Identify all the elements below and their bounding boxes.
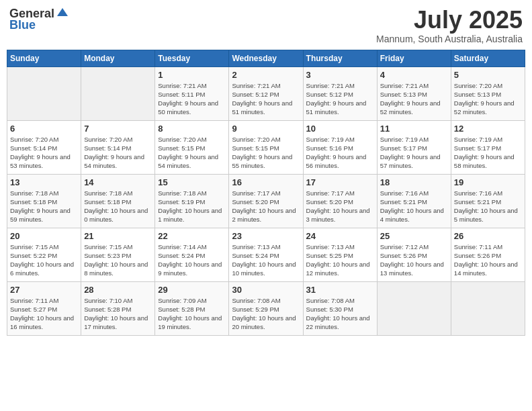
day-number: 2 (232, 70, 300, 80)
table-row: 25Sunrise: 7:12 AM Sunset: 5:26 PM Dayli… (377, 228, 451, 281)
day-info: Sunrise: 7:17 AM Sunset: 5:20 PM Dayligh… (306, 189, 374, 224)
day-number: 21 (84, 231, 152, 241)
col-thursday: Thursday (303, 50, 377, 66)
day-number: 1 (158, 70, 226, 80)
day-number: 8 (158, 124, 226, 134)
table-row: 3Sunrise: 7:21 AM Sunset: 5:12 PM Daylig… (303, 66, 377, 120)
day-info: Sunrise: 7:18 AM Sunset: 5:19 PM Dayligh… (158, 189, 226, 224)
table-row: 8Sunrise: 7:20 AM Sunset: 5:15 PM Daylig… (155, 120, 229, 174)
day-info: Sunrise: 7:16 AM Sunset: 5:21 PM Dayligh… (380, 189, 448, 224)
table-row: 10Sunrise: 7:19 AM Sunset: 5:16 PM Dayli… (303, 120, 377, 174)
table-row: 22Sunrise: 7:14 AM Sunset: 5:24 PM Dayli… (155, 228, 229, 281)
day-info: Sunrise: 7:15 AM Sunset: 5:23 PM Dayligh… (84, 242, 152, 278)
table-row (81, 66, 155, 120)
day-info: Sunrise: 7:19 AM Sunset: 5:17 PM Dayligh… (454, 135, 522, 171)
title-block: July 2025 Mannum, South Australia, Austr… (376, 7, 523, 44)
day-number: 9 (232, 124, 300, 134)
month-year-title: July 2025 (376, 7, 523, 34)
table-row: 27Sunrise: 7:11 AM Sunset: 5:27 PM Dayli… (7, 281, 81, 335)
day-info: Sunrise: 7:08 AM Sunset: 5:29 PM Dayligh… (232, 296, 300, 332)
logo-icon (56, 7, 69, 20)
table-row: 17Sunrise: 7:17 AM Sunset: 5:20 PM Dayli… (303, 174, 377, 228)
day-info: Sunrise: 7:13 AM Sunset: 5:24 PM Dayligh… (232, 242, 300, 278)
day-number: 7 (84, 124, 152, 134)
day-number: 13 (10, 177, 78, 187)
table-row: 18Sunrise: 7:16 AM Sunset: 5:21 PM Dayli… (377, 174, 451, 228)
day-info: Sunrise: 7:08 AM Sunset: 5:30 PM Dayligh… (306, 296, 374, 332)
table-row: 21Sunrise: 7:15 AM Sunset: 5:23 PM Dayli… (81, 228, 155, 281)
day-number: 22 (158, 231, 226, 241)
day-number: 31 (306, 285, 374, 295)
day-number: 20 (10, 231, 78, 241)
day-number: 24 (306, 231, 374, 241)
day-number: 30 (232, 285, 300, 295)
table-row: 7Sunrise: 7:20 AM Sunset: 5:14 PM Daylig… (81, 120, 155, 174)
svg-marker-0 (57, 8, 68, 16)
table-row: 9Sunrise: 7:20 AM Sunset: 5:15 PM Daylig… (229, 120, 303, 174)
day-number: 6 (10, 124, 78, 134)
day-number: 25 (380, 231, 448, 241)
table-row (377, 281, 451, 335)
day-number: 10 (306, 124, 374, 134)
day-number: 17 (306, 177, 374, 187)
table-row: 20Sunrise: 7:15 AM Sunset: 5:22 PM Dayli… (7, 228, 81, 281)
day-number: 11 (380, 124, 448, 134)
day-number: 29 (158, 285, 226, 295)
col-sunday: Sunday (7, 50, 81, 66)
day-info: Sunrise: 7:17 AM Sunset: 5:20 PM Dayligh… (232, 189, 300, 224)
page-header: General Blue July 2025 Mannum, South Aus… (7, 7, 525, 44)
table-row: 24Sunrise: 7:13 AM Sunset: 5:25 PM Dayli… (303, 228, 377, 281)
day-number: 14 (84, 177, 152, 187)
day-number: 12 (454, 124, 522, 134)
day-info: Sunrise: 7:19 AM Sunset: 5:17 PM Dayligh… (380, 135, 448, 171)
day-info: Sunrise: 7:20 AM Sunset: 5:15 PM Dayligh… (158, 135, 226, 171)
day-info: Sunrise: 7:20 AM Sunset: 5:15 PM Dayligh… (232, 135, 300, 171)
day-number: 26 (454, 231, 522, 241)
col-saturday: Saturday (451, 50, 525, 66)
day-info: Sunrise: 7:21 AM Sunset: 5:13 PM Dayligh… (380, 81, 448, 117)
day-info: Sunrise: 7:13 AM Sunset: 5:25 PM Dayligh… (306, 242, 374, 278)
table-row (451, 281, 525, 335)
day-info: Sunrise: 7:20 AM Sunset: 5:14 PM Dayligh… (84, 135, 152, 171)
table-row: 26Sunrise: 7:11 AM Sunset: 5:26 PM Dayli… (451, 228, 525, 281)
table-row: 19Sunrise: 7:16 AM Sunset: 5:21 PM Dayli… (451, 174, 525, 228)
day-info: Sunrise: 7:19 AM Sunset: 5:16 PM Dayligh… (306, 135, 374, 171)
day-number: 18 (380, 177, 448, 187)
table-row: 29Sunrise: 7:09 AM Sunset: 5:28 PM Dayli… (155, 281, 229, 335)
day-info: Sunrise: 7:20 AM Sunset: 5:13 PM Dayligh… (454, 81, 522, 117)
table-row: 1Sunrise: 7:21 AM Sunset: 5:11 PM Daylig… (155, 66, 229, 120)
day-info: Sunrise: 7:14 AM Sunset: 5:24 PM Dayligh… (158, 242, 226, 278)
day-info: Sunrise: 7:21 AM Sunset: 5:12 PM Dayligh… (232, 81, 300, 117)
col-friday: Friday (377, 50, 451, 66)
table-row: 12Sunrise: 7:19 AM Sunset: 5:17 PM Dayli… (451, 120, 525, 174)
day-number: 5 (454, 70, 522, 80)
day-number: 4 (380, 70, 448, 80)
day-number: 28 (84, 285, 152, 295)
day-info: Sunrise: 7:20 AM Sunset: 5:14 PM Dayligh… (10, 135, 78, 171)
calendar-week-row: 13Sunrise: 7:18 AM Sunset: 5:18 PM Dayli… (7, 174, 525, 228)
calendar-week-row: 6Sunrise: 7:20 AM Sunset: 5:14 PM Daylig… (7, 120, 525, 174)
table-row: 16Sunrise: 7:17 AM Sunset: 5:20 PM Dayli… (229, 174, 303, 228)
day-number: 3 (306, 70, 374, 80)
table-row: 5Sunrise: 7:20 AM Sunset: 5:13 PM Daylig… (451, 66, 525, 120)
day-info: Sunrise: 7:21 AM Sunset: 5:12 PM Dayligh… (306, 81, 374, 117)
table-row: 4Sunrise: 7:21 AM Sunset: 5:13 PM Daylig… (377, 66, 451, 120)
col-wednesday: Wednesday (229, 50, 303, 66)
table-row: 28Sunrise: 7:10 AM Sunset: 5:28 PM Dayli… (81, 281, 155, 335)
table-row: 30Sunrise: 7:08 AM Sunset: 5:29 PM Dayli… (229, 281, 303, 335)
calendar-week-row: 27Sunrise: 7:11 AM Sunset: 5:27 PM Dayli… (7, 281, 525, 335)
day-info: Sunrise: 7:09 AM Sunset: 5:28 PM Dayligh… (158, 296, 226, 332)
day-info: Sunrise: 7:18 AM Sunset: 5:18 PM Dayligh… (84, 189, 152, 224)
day-info: Sunrise: 7:15 AM Sunset: 5:22 PM Dayligh… (10, 242, 78, 278)
table-row: 13Sunrise: 7:18 AM Sunset: 5:18 PM Dayli… (7, 174, 81, 228)
table-row (7, 66, 81, 120)
table-row: 15Sunrise: 7:18 AM Sunset: 5:19 PM Dayli… (155, 174, 229, 228)
table-row: 31Sunrise: 7:08 AM Sunset: 5:30 PM Dayli… (303, 281, 377, 335)
day-number: 23 (232, 231, 300, 241)
logo-blue-text: Blue (9, 18, 36, 32)
table-row: 2Sunrise: 7:21 AM Sunset: 5:12 PM Daylig… (229, 66, 303, 120)
day-number: 19 (454, 177, 522, 187)
day-number: 16 (232, 177, 300, 187)
day-info: Sunrise: 7:18 AM Sunset: 5:18 PM Dayligh… (10, 189, 78, 224)
calendar-header-row: Sunday Monday Tuesday Wednesday Thursday… (7, 50, 525, 66)
